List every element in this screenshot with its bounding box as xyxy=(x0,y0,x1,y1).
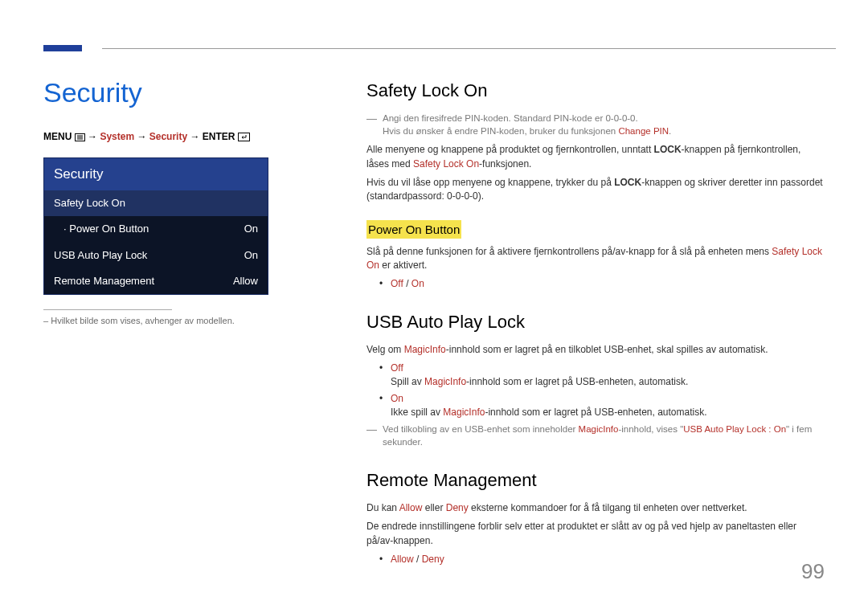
menu-item-value: On xyxy=(244,248,258,263)
breadcrumb-security: Security xyxy=(149,131,187,142)
arrow-icon: → xyxy=(190,131,199,142)
footnote-text: Hvis du ønsker å endre PIN-koden, bruker… xyxy=(383,126,618,136)
menu-item-usb-auto-play-lock[interactable]: USB Auto Play Lock On xyxy=(44,243,268,268)
heading-usb-auto-play-lock: USB Auto Play Lock xyxy=(366,310,825,335)
arrow-icon: → xyxy=(137,131,146,142)
menu-item-label: USB Auto Play Lock xyxy=(54,248,147,263)
model-note: – Hvilket bilde som vises, avhenger av m… xyxy=(43,315,317,327)
note-divider xyxy=(43,309,172,310)
menu-item-value: On xyxy=(244,222,258,236)
breadcrumb: MENU → System → Security → ENTER xyxy=(43,130,317,144)
heading-power-on-button: Power On Button xyxy=(366,220,461,239)
menu-header: Security xyxy=(44,158,268,190)
footnote-usb-connect: ― Ved tilkobling av en USB-enhet som inn… xyxy=(366,423,825,449)
para-remote-allow-deny: Du kan Allow eller Deny eksterne kommand… xyxy=(366,501,825,515)
para-lock-menus: Alle menyene og knappene på produktet og… xyxy=(366,143,825,171)
breadcrumb-menu: MENU xyxy=(43,131,72,142)
para-usb-intro: Velg om MagicInfo-innhold som er lagret … xyxy=(366,343,825,357)
para-power-on: Slå på denne funksjonen for å aktivere f… xyxy=(366,245,825,273)
note-text: Hvilket bilde som vises, avhenger av mod… xyxy=(51,316,235,325)
option-off: • Off Spill av MagicInfo-innhold som er … xyxy=(379,362,825,389)
dash-icon: ― xyxy=(366,423,383,449)
footnote-text: Angi den firesifrede PIN-koden. Standard… xyxy=(383,113,638,123)
change-pin-ref: Change PIN xyxy=(618,126,669,136)
para-unlock: Hvis du vil låse opp menyene og knappene… xyxy=(366,176,825,204)
section-marker xyxy=(43,45,82,51)
page-title: Security xyxy=(43,74,317,112)
heading-safety-lock-on: Safety Lock On xyxy=(366,79,825,104)
menu-item-power-on-button[interactable]: Power On Button On xyxy=(44,216,268,242)
breadcrumb-enter: ENTER xyxy=(203,131,235,142)
enter-icon xyxy=(238,133,250,141)
menu-icon xyxy=(75,133,85,141)
arrow-icon: → xyxy=(88,131,97,142)
para-remote-persist: De endrede innstillingene forblir selv e… xyxy=(366,520,825,548)
menu-item-value: Allow xyxy=(233,274,258,288)
page-number: 99 xyxy=(801,557,825,586)
footnote-pin: ― Angi den firesifrede PIN-koden. Standa… xyxy=(366,112,825,138)
option-off-on: • Off / On xyxy=(379,277,825,291)
settings-menu-panel: Security Safety Lock On Power On Button … xyxy=(43,157,268,295)
heading-remote-management: Remote Management xyxy=(366,468,825,493)
option-allow-deny: • Allow / Deny xyxy=(379,553,825,566)
breadcrumb-system: System xyxy=(100,131,134,142)
menu-item-label: Power On Button xyxy=(63,223,149,235)
dash-icon: ― xyxy=(366,112,383,138)
top-rule xyxy=(102,48,836,49)
menu-item-label: Remote Management xyxy=(54,274,154,288)
menu-item-safety-lock[interactable]: Safety Lock On xyxy=(44,190,268,216)
menu-item-remote-management[interactable]: Remote Management Allow xyxy=(44,268,268,294)
option-on: • On Ikke spill av MagicInfo-innhold som… xyxy=(379,392,825,419)
